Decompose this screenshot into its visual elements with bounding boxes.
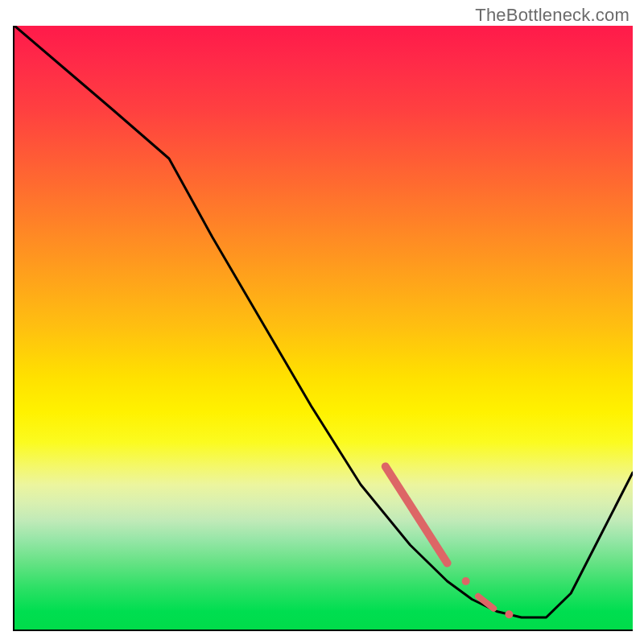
thick-segment-icon bbox=[386, 467, 448, 564]
bottleneck-chart: TheBottleneck.com bbox=[0, 0, 644, 644]
dot-upper-icon bbox=[462, 577, 470, 585]
bottleneck-curve-path bbox=[14, 26, 633, 617]
plot-area bbox=[13, 26, 633, 631]
watermark-text: TheBottleneck.com bbox=[475, 5, 630, 26]
dot-lower-icon bbox=[505, 610, 513, 618]
curve-layer bbox=[14, 26, 633, 630]
marker-layer bbox=[386, 467, 514, 619]
